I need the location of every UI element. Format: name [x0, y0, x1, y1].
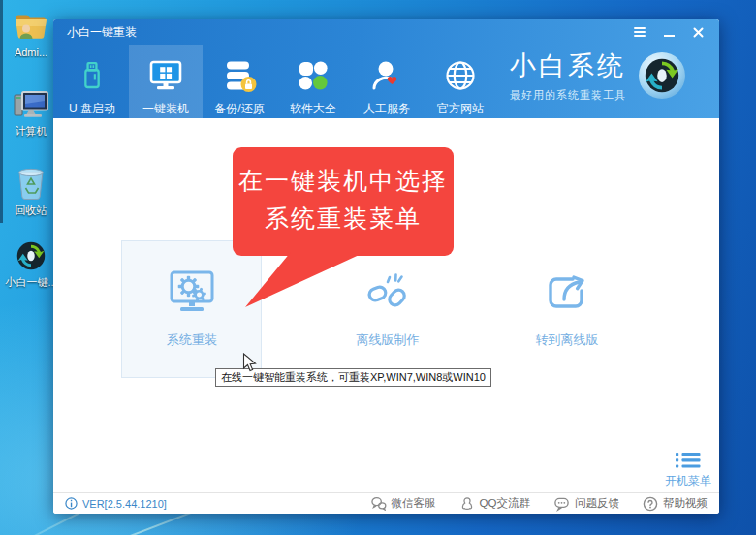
monitor-gears-icon: [166, 268, 218, 320]
action-system-reinstall[interactable]: 系统重装: [134, 268, 250, 349]
info-icon: [65, 497, 78, 510]
desktop-icon-xiaobai[interactable]: 小白一键...: [4, 238, 58, 290]
desktop-icon-label: 小白一键...: [5, 275, 56, 290]
footer-link-label: 微信客服: [392, 496, 436, 511]
user-folder-icon: [13, 10, 49, 45]
nav-tab-one-key-install[interactable]: 一键装机: [129, 45, 203, 118]
nav-tab-label: 官方网站: [437, 101, 484, 117]
qq-icon: [459, 496, 475, 512]
brand-slogan: 最好用的系统重装工具: [510, 88, 626, 103]
monitor-install-icon: [146, 59, 185, 92]
minimize-button[interactable]: [659, 25, 678, 40]
titlebar[interactable]: 小白一键重装: [53, 19, 719, 45]
footer-link-label: QQ交流群: [480, 496, 530, 511]
usb-drive-icon: [77, 59, 108, 92]
software-clover-icon: [297, 59, 331, 93]
screen-edge-shade: [0, 0, 3, 223]
menu-button[interactable]: [630, 25, 649, 40]
recycle-bin-icon: [15, 165, 47, 202]
desktop-icon-label: 计算机: [16, 124, 47, 139]
globe-icon: [443, 58, 478, 93]
boot-menu-button[interactable]: 开机菜单: [660, 452, 716, 489]
help-video-link[interactable]: 帮助视频: [643, 496, 708, 512]
feedback-bubble-icon: [553, 496, 570, 512]
brand-block: 小白系统 最好用的系统重装工具: [510, 48, 686, 103]
external-arrow-icon: [541, 268, 593, 320]
window-header: 小白一键重装: [53, 19, 719, 118]
footer-link-label: 帮助视频: [663, 496, 708, 511]
xiaobai-sync-icon: [14, 238, 48, 273]
callout-line2: 系统重装菜单: [233, 200, 454, 237]
desktop-icon-label: 回收站: [16, 204, 47, 218]
window-controls: [630, 25, 708, 40]
callout-tail: [237, 252, 373, 310]
nav-tab-label: U 盘启动: [69, 101, 115, 117]
nav-tab-label: 备份/还原: [214, 101, 264, 117]
nav-tab-backup-restore[interactable]: 备份/还原: [203, 45, 276, 118]
mouse-cursor: [242, 353, 257, 372]
windows-desktop: Admi... 计算机 回收站 小白一键...: [0, 0, 756, 535]
callout-line1: 在一键装机中选择: [233, 162, 454, 200]
feedback-link[interactable]: 问题反馈: [553, 496, 619, 512]
qq-group-link[interactable]: QQ交流群: [459, 496, 530, 512]
desktop-icon-admin[interactable]: Admi...: [4, 10, 58, 58]
desktop-icon-recycle-bin[interactable]: 回收站: [4, 165, 58, 218]
backup-restore-icon: [222, 58, 257, 93]
action-go-offline[interactable]: 转到离线版: [509, 268, 625, 349]
nav-tab-support[interactable]: 人工服务: [350, 45, 424, 118]
action-label: 系统重装: [167, 331, 217, 349]
callout-bubble: 在一键装机中选择 系统重装菜单: [233, 147, 454, 256]
main-content: 系统重装 离线版制作 转到离线版 在一键装机: [53, 118, 719, 492]
nav-tab-label: 一键装机: [142, 101, 189, 117]
support-person-icon: [369, 58, 404, 93]
brand-name: 小白系统: [510, 48, 626, 83]
nav-tab-label: 人工服务: [363, 101, 410, 117]
action-label: 转到离线版: [536, 331, 599, 349]
app-window: 小白一键重装: [53, 19, 719, 514]
footer-links: 微信客服 QQ交流群 问题反馈: [347, 496, 708, 512]
close-icon: [693, 27, 704, 38]
version-info: VER[2.5.44.1210]: [65, 497, 167, 510]
wechat-icon: [370, 496, 387, 511]
status-bar: VER[2.5.44.1210] 微信客服 QQ交流群: [53, 492, 719, 514]
close-button[interactable]: [688, 25, 708, 40]
sync-arrows-logo: [638, 51, 686, 100]
help-question-icon: [643, 496, 658, 512]
nav-tab-usb-boot[interactable]: U 盘启动: [55, 45, 129, 118]
computer-icon: [12, 87, 50, 122]
minimize-icon: [664, 35, 675, 37]
list-menu-icon: [676, 452, 701, 469]
wechat-support-link[interactable]: 微信客服: [370, 496, 436, 511]
desktop-icon-label: Admi...: [15, 47, 47, 58]
boot-menu-label: 开机菜单: [665, 473, 711, 489]
action-label: 离线版制作: [357, 331, 420, 349]
footer-link-label: 问题反馈: [575, 496, 619, 511]
menu-icon: [634, 27, 646, 37]
nav-tab-software[interactable]: 软件大全: [276, 45, 350, 118]
version-text: VER[2.5.44.1210]: [82, 498, 167, 510]
desktop-icon-computer[interactable]: 计算机: [4, 87, 58, 139]
nav-tab-website[interactable]: 官方网站: [424, 45, 497, 118]
window-title: 小白一键重装: [67, 24, 630, 41]
nav-tab-label: 软件大全: [290, 101, 336, 117]
